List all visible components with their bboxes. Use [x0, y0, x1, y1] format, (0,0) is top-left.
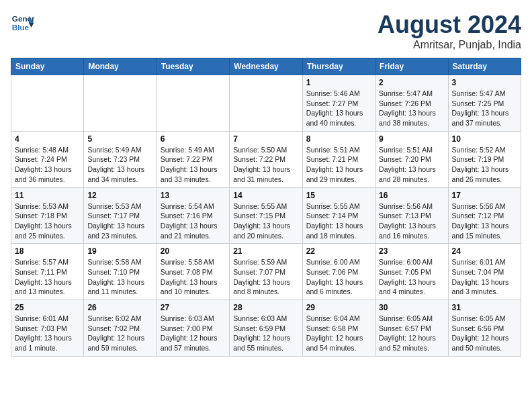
- day-number: 8: [306, 134, 371, 144]
- week-row-5: 25Sunrise: 6:01 AM Sunset: 7:03 PM Dayli…: [11, 300, 521, 357]
- day-number: 14: [233, 191, 298, 200]
- calendar-cell: 11Sunrise: 5:53 AM Sunset: 7:18 PM Dayli…: [11, 187, 84, 244]
- day-number: 19: [87, 246, 152, 256]
- day-info: Sunrise: 5:56 AM Sunset: 7:13 PM Dayligh…: [379, 201, 444, 241]
- calendar-cell: 17Sunrise: 5:56 AM Sunset: 7:12 PM Dayli…: [448, 187, 521, 244]
- weekday-header-tuesday: Tuesday: [157, 58, 229, 75]
- day-info: Sunrise: 5:48 AM Sunset: 7:24 PM Dayligh…: [15, 145, 80, 185]
- week-row-4: 18Sunrise: 5:57 AM Sunset: 7:11 PM Dayli…: [11, 244, 521, 300]
- day-info: Sunrise: 5:57 AM Sunset: 7:11 PM Dayligh…: [15, 257, 80, 297]
- day-number: 11: [15, 191, 80, 200]
- calendar-cell: 3Sunrise: 5:47 AM Sunset: 7:25 PM Daylig…: [448, 75, 521, 132]
- day-info: Sunrise: 5:46 AM Sunset: 7:27 PM Dayligh…: [306, 89, 371, 128]
- calendar-cell: 25Sunrise: 6:01 AM Sunset: 7:03 PM Dayli…: [11, 300, 84, 357]
- calendar-cell: 2Sunrise: 5:47 AM Sunset: 7:26 PM Daylig…: [375, 75, 448, 132]
- calendar-cell: 6Sunrise: 5:49 AM Sunset: 7:22 PM Daylig…: [157, 131, 229, 187]
- day-number: 15: [306, 191, 371, 200]
- day-number: 16: [379, 191, 444, 200]
- week-row-2: 4Sunrise: 5:48 AM Sunset: 7:24 PM Daylig…: [11, 131, 521, 187]
- weekday-header-monday: Monday: [84, 58, 157, 75]
- calendar-cell: [11, 75, 84, 132]
- day-info: Sunrise: 5:49 AM Sunset: 7:22 PM Dayligh…: [161, 145, 226, 185]
- day-info: Sunrise: 6:05 AM Sunset: 6:56 PM Dayligh…: [452, 314, 517, 353]
- day-info: Sunrise: 5:52 AM Sunset: 7:19 PM Dayligh…: [452, 145, 517, 185]
- day-info: Sunrise: 5:51 AM Sunset: 7:21 PM Dayligh…: [306, 145, 371, 185]
- calendar-cell: 19Sunrise: 5:58 AM Sunset: 7:10 PM Dayli…: [84, 244, 157, 300]
- day-info: Sunrise: 5:58 AM Sunset: 7:08 PM Dayligh…: [161, 257, 226, 297]
- day-number: 3: [452, 78, 517, 87]
- day-number: 2: [379, 78, 444, 87]
- day-info: Sunrise: 5:53 AM Sunset: 7:18 PM Dayligh…: [15, 201, 80, 241]
- calendar-cell: 8Sunrise: 5:51 AM Sunset: 7:21 PM Daylig…: [302, 131, 375, 187]
- calendar-cell: 28Sunrise: 6:03 AM Sunset: 6:59 PM Dayli…: [230, 300, 302, 357]
- day-info: Sunrise: 6:01 AM Sunset: 7:04 PM Dayligh…: [452, 257, 517, 297]
- calendar-table: SundayMondayTuesdayWednesdayThursdayFrid…: [11, 58, 521, 357]
- day-number: 22: [306, 246, 371, 256]
- calendar-cell: 9Sunrise: 5:51 AM Sunset: 7:20 PM Daylig…: [375, 131, 448, 187]
- day-number: 21: [233, 246, 298, 256]
- day-info: Sunrise: 6:00 AM Sunset: 7:05 PM Dayligh…: [379, 257, 444, 297]
- day-info: Sunrise: 5:56 AM Sunset: 7:12 PM Dayligh…: [452, 201, 517, 241]
- day-info: Sunrise: 5:59 AM Sunset: 7:07 PM Dayligh…: [233, 257, 298, 297]
- calendar-cell: 18Sunrise: 5:57 AM Sunset: 7:11 PM Dayli…: [11, 244, 84, 300]
- week-row-1: 1Sunrise: 5:46 AM Sunset: 7:27 PM Daylig…: [11, 75, 521, 132]
- day-info: Sunrise: 5:55 AM Sunset: 7:14 PM Dayligh…: [306, 201, 371, 241]
- svg-text:Blue: Blue: [12, 23, 30, 32]
- day-number: 18: [15, 246, 80, 256]
- day-number: 12: [87, 191, 152, 200]
- day-number: 10: [452, 134, 517, 144]
- calendar-header: SundayMondayTuesdayWednesdayThursdayFrid…: [11, 58, 521, 75]
- day-info: Sunrise: 5:53 AM Sunset: 7:17 PM Dayligh…: [87, 201, 152, 241]
- day-number: 26: [87, 303, 152, 312]
- day-info: Sunrise: 6:01 AM Sunset: 7:03 PM Dayligh…: [15, 314, 80, 353]
- day-number: 6: [161, 134, 226, 144]
- calendar-cell: 21Sunrise: 5:59 AM Sunset: 7:07 PM Dayli…: [230, 244, 302, 300]
- weekday-header-thursday: Thursday: [302, 58, 375, 75]
- day-info: Sunrise: 5:50 AM Sunset: 7:22 PM Dayligh…: [233, 145, 298, 185]
- day-number: 29: [306, 303, 371, 312]
- day-number: 5: [87, 134, 152, 144]
- calendar-cell: 16Sunrise: 5:56 AM Sunset: 7:13 PM Dayli…: [375, 187, 448, 244]
- calendar-cell: 4Sunrise: 5:48 AM Sunset: 7:24 PM Daylig…: [11, 131, 84, 187]
- day-number: 17: [452, 191, 517, 200]
- calendar-cell: 10Sunrise: 5:52 AM Sunset: 7:19 PM Dayli…: [448, 131, 521, 187]
- weekday-header-wednesday: Wednesday: [230, 58, 302, 75]
- day-number: 24: [452, 246, 517, 256]
- day-info: Sunrise: 5:58 AM Sunset: 7:10 PM Dayligh…: [87, 257, 152, 297]
- day-number: 1: [306, 78, 371, 87]
- title-block: August 2024 Amritsar, Punjab, India: [378, 11, 521, 51]
- day-info: Sunrise: 5:51 AM Sunset: 7:20 PM Dayligh…: [379, 145, 444, 185]
- calendar-cell: 15Sunrise: 5:55 AM Sunset: 7:14 PM Dayli…: [302, 187, 375, 244]
- calendar-cell: [84, 75, 157, 132]
- calendar-cell: 31Sunrise: 6:05 AM Sunset: 6:56 PM Dayli…: [448, 300, 521, 357]
- weekday-header-friday: Friday: [375, 58, 448, 75]
- day-info: Sunrise: 6:05 AM Sunset: 6:57 PM Dayligh…: [379, 314, 444, 353]
- weekday-header-sunday: Sunday: [11, 58, 84, 75]
- calendar-cell: 23Sunrise: 6:00 AM Sunset: 7:05 PM Dayli…: [375, 244, 448, 300]
- day-info: Sunrise: 6:03 AM Sunset: 6:59 PM Dayligh…: [233, 314, 298, 353]
- calendar-cell: 5Sunrise: 5:49 AM Sunset: 7:23 PM Daylig…: [84, 131, 157, 187]
- day-number: 9: [379, 134, 444, 144]
- day-number: 13: [161, 191, 226, 200]
- day-info: Sunrise: 5:49 AM Sunset: 7:23 PM Dayligh…: [87, 145, 152, 185]
- logo: General Blue: [11, 11, 35, 35]
- calendar-cell: 26Sunrise: 6:02 AM Sunset: 7:02 PM Dayli…: [84, 300, 157, 357]
- calendar-cell: 1Sunrise: 5:46 AM Sunset: 7:27 PM Daylig…: [302, 75, 375, 132]
- calendar-cell: 29Sunrise: 6:04 AM Sunset: 6:58 PM Dayli…: [302, 300, 375, 357]
- calendar-cell: 12Sunrise: 5:53 AM Sunset: 7:17 PM Dayli…: [84, 187, 157, 244]
- calendar-cell: 20Sunrise: 5:58 AM Sunset: 7:08 PM Dayli…: [157, 244, 229, 300]
- week-row-3: 11Sunrise: 5:53 AM Sunset: 7:18 PM Dayli…: [11, 187, 521, 244]
- day-info: Sunrise: 6:00 AM Sunset: 7:06 PM Dayligh…: [306, 257, 371, 297]
- month-year: August 2024: [378, 11, 521, 39]
- day-info: Sunrise: 5:54 AM Sunset: 7:16 PM Dayligh…: [161, 201, 226, 241]
- calendar-cell: 24Sunrise: 6:01 AM Sunset: 7:04 PM Dayli…: [448, 244, 521, 300]
- day-number: 23: [379, 246, 444, 256]
- day-number: 30: [379, 303, 444, 312]
- location: Amritsar, Punjab, India: [378, 39, 521, 51]
- day-number: 4: [15, 134, 80, 144]
- day-info: Sunrise: 6:02 AM Sunset: 7:02 PM Dayligh…: [87, 314, 152, 353]
- day-number: 7: [233, 134, 298, 144]
- page-header: General Blue August 2024 Amritsar, Punja…: [11, 11, 521, 51]
- calendar-cell: 7Sunrise: 5:50 AM Sunset: 7:22 PM Daylig…: [230, 131, 302, 187]
- calendar-cell: 13Sunrise: 5:54 AM Sunset: 7:16 PM Dayli…: [157, 187, 229, 244]
